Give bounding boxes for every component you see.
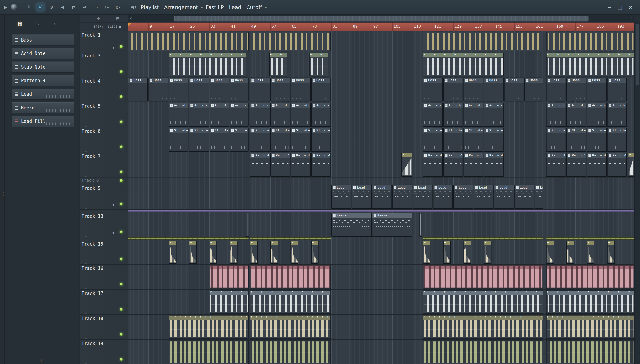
pattern-clip[interactable]: Ac..ote (464, 103, 484, 126)
drum-hit-clip[interactable]: ▸ (484, 241, 492, 264)
pattern-clip[interactable]: Pa..n 4 (250, 153, 270, 177)
pattern-clip[interactable]: Lead (514, 185, 534, 209)
track-name-label[interactable]: Track 19 (82, 341, 103, 346)
scroll-right-button[interactable]: › (631, 15, 633, 22)
pattern-clip[interactable]: Bass (189, 78, 209, 102)
pattern-clip[interactable]: Ac..ote (189, 103, 209, 126)
sliced-audio-clip[interactable]: ▸▸ (269, 52, 287, 76)
pattern-clip[interactable]: St..ote (443, 128, 463, 152)
pattern-clip[interactable]: Ac..ote (443, 103, 463, 126)
track-header[interactable]: Track 8 (79, 178, 128, 184)
track-header[interactable]: Track 4… (79, 77, 128, 102)
pattern-clip[interactable]: Bass (504, 78, 524, 102)
track-lane[interactable] (128, 238, 634, 240)
track-resize-grip[interactable]: … (85, 260, 88, 264)
drum-hit-clip[interactable]: ▸ (209, 241, 217, 264)
track-mute-led[interactable] (120, 308, 123, 310)
track-mute-led[interactable] (120, 230, 123, 233)
track-mute-led[interactable] (120, 333, 123, 336)
pattern-clip[interactable]: St..ote (189, 128, 209, 152)
pattern-clip[interactable]: Ac..ote (169, 103, 189, 126)
audio-clip[interactable] (546, 32, 634, 52)
track-name-label[interactable]: Track 13 (82, 214, 103, 219)
pattern-clip[interactable]: Bass (169, 78, 189, 102)
pattern-clip[interactable]: Reeze (331, 213, 371, 236)
pattern-clip[interactable]: Bass (270, 78, 290, 102)
pattern-list-item[interactable]: Lead (12, 89, 74, 100)
track-lane[interactable] (128, 264, 634, 289)
track-mute-led[interactable] (120, 95, 123, 98)
track-mute-led[interactable] (120, 203, 123, 206)
track-mute-led[interactable] (120, 179, 123, 182)
pattern-clip[interactable]: Lead (494, 185, 514, 209)
slip-tool[interactable]: ⇄ (69, 3, 78, 11)
song-start-marker[interactable] (128, 23, 132, 26)
select-tool[interactable]: ▭ (92, 3, 100, 11)
track-lane[interactable] (128, 31, 634, 52)
track-header[interactable]: Track 5… (79, 102, 128, 127)
swap-icon[interactable]: ⇆ (35, 21, 39, 26)
sliced-audio-clip[interactable]: ▸▸▸▸▸▸▸▸▸▸▸▸▸▸▸▸▸▸▸▸▸▸▸▸ (423, 315, 543, 339)
vertical-scrollbar-thumb[interactable] (635, 24, 639, 86)
sliced-audio-clip[interactable]: ▸▸▸▸▸▸▸▸▸▸▸▸▸▸▸▸▸ (546, 315, 634, 339)
audio-clip[interactable] (250, 340, 331, 364)
pattern-clip[interactable]: Bass (291, 78, 311, 102)
pattern-clip[interactable]: Bass (607, 78, 627, 102)
track-resize-grip[interactable]: … (85, 310, 88, 315)
track-mute-led[interactable] (120, 170, 123, 173)
track-resize-grip[interactable]: … (85, 123, 88, 127)
track-lane[interactable]: ReezeReeze (128, 212, 634, 237)
pattern-clip[interactable]: Ac..ote (423, 103, 443, 126)
track-mute-led[interactable] (120, 70, 123, 73)
audio-clip[interactable] (546, 340, 634, 364)
track-resize-grip[interactable]: … (85, 173, 88, 177)
stretch-tool[interactable]: ↔ (80, 3, 89, 11)
pattern-clip[interactable]: St..ote (566, 128, 586, 152)
pattern-clip[interactable]: Bass (546, 78, 566, 102)
pattern-list-item[interactable]: Reeze (12, 102, 74, 114)
pattern-clip[interactable]: St..ote (484, 128, 504, 152)
group-chevron-icon[interactable]: ▾ (112, 231, 114, 235)
drum-hit-clip[interactable]: ▸ (607, 241, 615, 264)
sliced-audio-clip[interactable]: ▸▸▸▸▸▸▸▸▸ (546, 52, 634, 76)
collapsed-track-band[interactable] (128, 238, 249, 240)
pattern-clip[interactable]: Bass (587, 78, 607, 102)
pattern-clip[interactable]: Pa..n 4 (566, 153, 586, 177)
track-lane[interactable]: ▸▸▸▸▸▸▸▸▸▸▸▸▸▸▸▸▸▸▸▸▸▸▸▸▸▸▸▸▸▸▸▸▸ (128, 290, 634, 314)
collapsed-track-band[interactable] (546, 238, 634, 240)
track-mute-led[interactable] (120, 120, 123, 123)
pattern-clip[interactable]: Reeze (372, 213, 412, 236)
add-pattern-button[interactable]: + (40, 357, 43, 364)
track-lane[interactable]: St..oteSt..oteSt..oteSt..oteSt..oteSt..o… (128, 128, 634, 152)
track-name-label[interactable]: Track 18 (82, 316, 103, 321)
drum-hit-clip[interactable]: ▸ (311, 241, 319, 264)
pattern-clip[interactable]: St..ote (270, 128, 290, 152)
track-name-label[interactable]: Track 6 (82, 128, 101, 134)
track-header[interactable]: Track 19… (79, 340, 128, 364)
sliced-audio-clip[interactable]: ▸▸ (309, 52, 328, 76)
track-name-label[interactable]: Track 7 (82, 154, 101, 159)
track-lane[interactable]: ▸▸▸▸▸▸▸▸▸▸▸▸▸▸▸▸▸▸▸▸▸▸▸▸▸▸▸▸▸▸▸▸▸▸▸▸▸▸▸▸… (128, 315, 634, 339)
pattern-clip[interactable]: Ac..ote (270, 103, 290, 126)
drum-hit-clip[interactable]: ▸ (464, 241, 471, 264)
swell-audio-clip[interactable]: ▸ (401, 153, 412, 177)
track-name-label[interactable]: Track 17 (82, 291, 103, 296)
sliced-audio-clip[interactable]: ▸▸▸▸▸▸▸▸ (169, 52, 246, 76)
pattern-clip[interactable]: Pa..n 4 (464, 153, 484, 177)
delete-tool[interactable]: ⊘ (47, 3, 55, 11)
pattern-clip[interactable]: Bass (250, 78, 270, 102)
sliced-audio-clip[interactable]: ▸▸▸▸▸▸▸▸ (250, 290, 331, 314)
audio-clip[interactable] (209, 265, 249, 289)
drum-hit-clip[interactable]: ▸ (189, 241, 197, 264)
link-icon[interactable]: ∞ (106, 16, 110, 21)
audio-clip[interactable] (250, 265, 331, 289)
track-header[interactable]: Track 13…▾ (79, 212, 128, 237)
track-name-label[interactable]: Track 15 (82, 242, 103, 247)
track-lane[interactable] (128, 340, 634, 364)
pattern-clip[interactable]: Ac..ote (566, 103, 586, 126)
pattern-clip[interactable]: Ac..ote (546, 103, 566, 126)
zoom-tool[interactable]: ◎ (103, 3, 111, 11)
pattern-clip[interactable]: Lead (433, 185, 453, 209)
horizontal-scrollbar[interactable]: ‹ › (128, 15, 634, 23)
drum-hit-clip[interactable]: ▸ (423, 241, 431, 264)
